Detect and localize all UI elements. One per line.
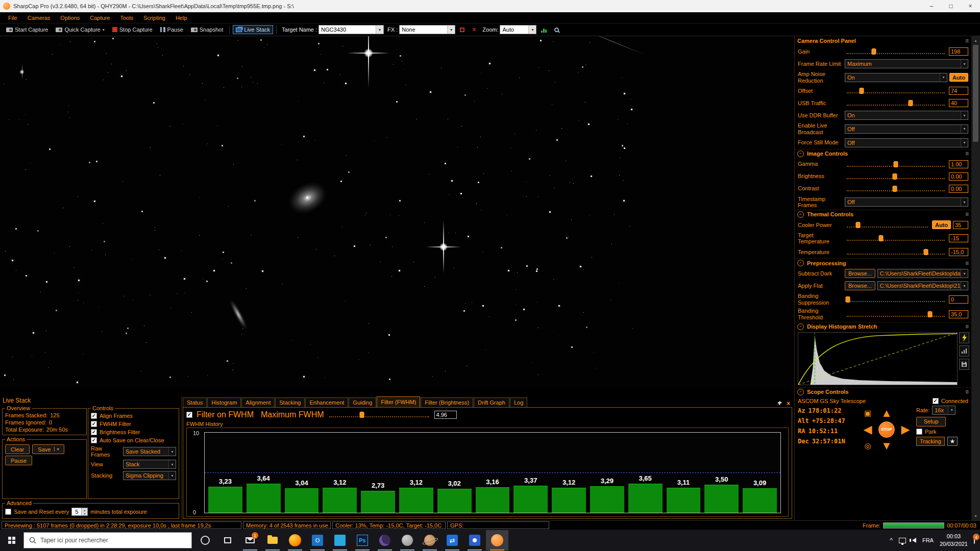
setup-button[interactable]: Setup bbox=[916, 417, 946, 427]
chevron-down-icon[interactable]: ▾ bbox=[447, 26, 455, 34]
tab-drift-graph[interactable]: Drift Graph bbox=[474, 397, 509, 407]
scope-controls-header[interactable]: ^Scope Controls≡ bbox=[795, 387, 971, 396]
usb-traffic-slider[interactable] bbox=[846, 99, 946, 107]
live-broadcast-dropdown[interactable]: Off▾ bbox=[845, 124, 968, 134]
menu-scripting[interactable]: Scripting bbox=[138, 14, 170, 22]
chevron-down-icon[interactable]: ▾ bbox=[961, 139, 968, 147]
tab-filter-brightness[interactable]: Filter (Brightness) bbox=[421, 397, 473, 407]
network-icon[interactable] bbox=[899, 538, 906, 543]
menu-help[interactable]: Help bbox=[170, 14, 192, 22]
thermal-controls-header[interactable]: ^Thermal Controls≡ bbox=[795, 210, 971, 219]
banding-suppression-slider[interactable] bbox=[846, 296, 946, 303]
timestamp-frames-dropdown[interactable]: Off▾ bbox=[845, 197, 968, 207]
preprocessing-header[interactable]: ^Preprocessing≡ bbox=[795, 258, 971, 267]
display-histogram-header[interactable]: ^Display Histogram Stretch≡ bbox=[795, 322, 971, 331]
start-capture-button[interactable]: Start Capture bbox=[3, 25, 51, 34]
selection-area-button[interactable] bbox=[457, 26, 468, 34]
chevron-down-icon[interactable]: ▾ bbox=[54, 447, 59, 452]
brightness-filter-checkbox[interactable] bbox=[91, 429, 97, 435]
gamma-slider[interactable] bbox=[846, 161, 946, 168]
start-button[interactable] bbox=[0, 530, 23, 551]
display-histogram-stretch[interactable] bbox=[795, 331, 971, 387]
menu-cameras[interactable]: Cameras bbox=[22, 14, 56, 22]
tracking-button[interactable]: Tracking bbox=[916, 437, 945, 446]
subtract-dark-path-dropdown[interactable]: C:\Users\SharkFleet\Desktop\dark..▾ bbox=[877, 269, 968, 278]
volume-icon[interactable] bbox=[912, 538, 916, 543]
reticle-button[interactable] bbox=[551, 26, 562, 34]
chevron-down-icon[interactable]: ▾ bbox=[961, 60, 968, 68]
cooler-auto-button[interactable]: Auto bbox=[932, 220, 951, 229]
menu-capture[interactable]: Capture bbox=[85, 14, 115, 22]
frame-rate-dropdown[interactable]: Maximum▾ bbox=[845, 59, 968, 68]
filter-on-fwhm-checkbox[interactable] bbox=[186, 412, 192, 418]
tab-histogram[interactable]: Histogram bbox=[207, 397, 241, 407]
target-name-combobox[interactable]: NGC3430 ▾ bbox=[318, 25, 384, 34]
mail-app-button[interactable]: 1 bbox=[239, 530, 261, 550]
apply-flat-browse-button[interactable]: Browse... bbox=[845, 281, 875, 290]
teamviewer-button[interactable]: ⇄ bbox=[441, 530, 463, 550]
stacking-dropdown[interactable]: Sigma Clipping▾ bbox=[123, 471, 176, 480]
scrollbar-thumb[interactable] bbox=[973, 45, 978, 142]
chevron-down-icon[interactable]: ▾ bbox=[168, 471, 176, 480]
planetarium-button[interactable] bbox=[419, 530, 441, 550]
minimize-button[interactable]: – bbox=[922, 0, 941, 12]
chevron-down-icon[interactable]: ▾ bbox=[961, 269, 968, 278]
banding-threshold-slider[interactable] bbox=[846, 311, 946, 318]
sharpcap-taskbar-button[interactable] bbox=[486, 530, 508, 550]
star-icon[interactable]: ★ bbox=[947, 437, 958, 446]
camera-panel-header[interactable]: Camera Control Panel ≡ bbox=[795, 36, 971, 45]
view-dropdown[interactable]: Stack▾ bbox=[123, 460, 176, 469]
slew-up-button[interactable]: ▲ bbox=[879, 408, 894, 419]
raw-frames-dropdown[interactable]: Save Stacked▾ bbox=[123, 447, 176, 456]
maximum-fwhm-slider[interactable] bbox=[328, 411, 430, 418]
chevron-down-icon[interactable]: ▾ bbox=[168, 460, 176, 468]
stop-capture-button[interactable]: Stop Capture bbox=[109, 25, 156, 34]
chevron-down-icon[interactable]: ▾ bbox=[961, 111, 968, 119]
offset-slider[interactable] bbox=[846, 87, 946, 94]
chevron-down-icon[interactable]: ▾ bbox=[961, 282, 968, 290]
live-image-view[interactable] bbox=[0, 36, 794, 388]
tab-status[interactable]: Status bbox=[183, 397, 207, 407]
action-center-button[interactable]: 4 bbox=[974, 537, 975, 543]
menu-tools[interactable]: Tools bbox=[115, 14, 138, 22]
zoom-combobox[interactable]: Auto ▾ bbox=[500, 25, 536, 34]
amp-noise-dropdown[interactable]: On▾ bbox=[845, 73, 947, 82]
live-stack-button[interactable]: Live Stack bbox=[233, 25, 273, 34]
spin-down-icon[interactable]: ▼ bbox=[82, 512, 87, 515]
clear-selection-button[interactable]: × bbox=[469, 25, 479, 34]
chevron-down-icon[interactable]: ▾ bbox=[948, 406, 955, 414]
auto-stretch-button[interactable] bbox=[959, 332, 969, 343]
apply-flat-path-dropdown[interactable]: C:\Users\SharkFleet\Desktop\21_2..▾ bbox=[877, 281, 968, 290]
close-panel-icon[interactable]: × bbox=[787, 400, 790, 407]
messaging-app-button[interactable] bbox=[329, 530, 351, 550]
pin-icon[interactable] bbox=[776, 400, 782, 407]
target-icon[interactable]: ◎ bbox=[860, 441, 875, 450]
save-button[interactable]: Save▾ bbox=[32, 444, 64, 454]
language-indicator[interactable]: FRA bbox=[922, 537, 934, 543]
tray-expand-icon[interactable]: ^ bbox=[890, 537, 893, 544]
histogram-button[interactable] bbox=[538, 26, 550, 34]
ddr-buffer-dropdown[interactable]: On▾ bbox=[845, 111, 968, 120]
taskbar-search[interactable]: Taper ici pour rechercher bbox=[23, 532, 192, 548]
tab-enhancement[interactable]: Enhancement bbox=[305, 397, 348, 407]
slew-down-button[interactable]: ▼ bbox=[879, 440, 894, 452]
save-stretch-button[interactable] bbox=[959, 359, 969, 370]
reset-stretch-button[interactable] bbox=[959, 345, 969, 357]
outlook-button[interactable]: O bbox=[306, 530, 329, 550]
file-explorer-button[interactable] bbox=[261, 530, 284, 550]
tab-stacking[interactable]: Stacking bbox=[275, 397, 305, 407]
slew-left-button[interactable]: ◀ bbox=[860, 424, 875, 435]
cooler-power-slider[interactable] bbox=[846, 221, 929, 229]
connected-checkbox[interactable] bbox=[933, 398, 939, 404]
tab-filter-fwhm[interactable]: Filter (FWHM) bbox=[377, 396, 420, 407]
brightness-slider[interactable] bbox=[846, 173, 946, 180]
cortana-button[interactable] bbox=[194, 530, 216, 550]
menu-options[interactable]: Options bbox=[55, 14, 85, 22]
align-frames-checkbox[interactable] bbox=[91, 413, 97, 419]
camera-app-button[interactable] bbox=[463, 530, 486, 550]
fwhm-filter-checkbox[interactable] bbox=[91, 421, 97, 427]
tab-guiding[interactable]: Guiding bbox=[349, 397, 376, 407]
chevron-down-icon[interactable]: ▾ bbox=[168, 447, 176, 456]
gray-app-button[interactable] bbox=[396, 530, 419, 550]
tab-log[interactable]: Log bbox=[510, 397, 527, 407]
